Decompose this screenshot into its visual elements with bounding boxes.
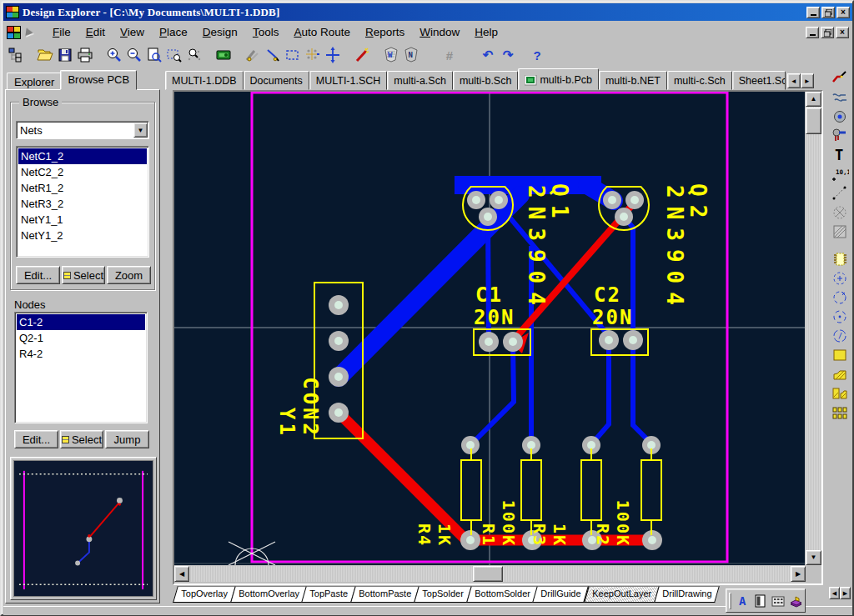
list-item-net[interactable]: NetR3_2 bbox=[18, 196, 147, 212]
label-c1-val[interactable]: 20N bbox=[474, 306, 515, 329]
menu-help[interactable]: Help bbox=[467, 23, 505, 42]
layer-scroll-right-icon[interactable]: ▶ bbox=[840, 587, 851, 599]
component-r3-outline[interactable] bbox=[521, 460, 541, 520]
minimize-button[interactable] bbox=[806, 7, 820, 18]
nets-list[interactable]: NetC1_2 NetC2_2 NetR1_2 NetR3_2 NetY1_1 … bbox=[16, 146, 149, 258]
help-icon[interactable]: ? bbox=[527, 45, 547, 65]
label-r4-val[interactable]: 1K bbox=[435, 523, 455, 547]
list-item-node[interactable]: C1-2 bbox=[17, 314, 145, 330]
place-room-icon[interactable] bbox=[829, 222, 851, 241]
list-item-node[interactable]: Q2-1 bbox=[17, 330, 145, 346]
undo-icon[interactable]: ↶ bbox=[478, 45, 498, 65]
tab-explorer[interactable]: Explorer bbox=[7, 73, 62, 90]
tab-scroll-left-icon[interactable]: ◄ bbox=[787, 73, 801, 88]
net-zoom-button[interactable]: Zoom bbox=[107, 266, 151, 284]
horizontal-scroll-thumb[interactable] bbox=[473, 566, 503, 582]
label-q1-ref[interactable]: Q1 bbox=[547, 183, 572, 226]
label-c2-ref[interactable]: C2 bbox=[594, 283, 621, 307]
label-r2-ref[interactable]: R2 bbox=[593, 523, 613, 547]
trace-c1-r1[interactable] bbox=[471, 342, 514, 444]
child-restore-button[interactable] bbox=[821, 27, 834, 38]
menu-file[interactable]: File bbox=[45, 23, 78, 42]
menu-edit[interactable]: Edit bbox=[78, 23, 113, 42]
layer-tab-topoverlay[interactable]: TopOverlay bbox=[173, 586, 235, 603]
child-minimize-button[interactable] bbox=[806, 27, 819, 38]
browse-mode-dropdown[interactable]: Nets ▼ bbox=[16, 121, 149, 139]
restore-button[interactable] bbox=[821, 7, 835, 18]
tab-browse-pcb[interactable]: Browse PCB bbox=[60, 70, 137, 90]
system-menu-arrow-icon[interactable] bbox=[25, 28, 33, 37]
list-item-net[interactable]: NetC2_2 bbox=[18, 164, 147, 180]
tab-multi-b-net[interactable]: multi-b.NET bbox=[599, 71, 667, 90]
move-crosshair-icon[interactable] bbox=[323, 45, 343, 65]
pads[interactable] bbox=[329, 191, 662, 550]
keypad-tool-icon[interactable] bbox=[769, 592, 786, 609]
tab-documents[interactable]: Documents bbox=[244, 71, 309, 90]
menu-window[interactable]: Window bbox=[412, 23, 467, 42]
tab-sheet1-sch[interactable]: Sheet1.Sch bbox=[732, 71, 786, 90]
tab-multi-c-sch[interactable]: multi-c.Sch bbox=[667, 71, 732, 90]
label-q2-val[interactable]: 2N3904 bbox=[662, 185, 687, 313]
component-r1-outline[interactable] bbox=[461, 460, 481, 520]
zoom-out-icon[interactable] bbox=[124, 45, 144, 65]
trace-c2-r3[interactable] bbox=[592, 341, 609, 443]
place-arc-center-icon[interactable] bbox=[829, 268, 851, 288]
layer-tab-bottompaste[interactable]: BottomPaste bbox=[350, 586, 419, 603]
menu-reports[interactable]: Reports bbox=[358, 23, 412, 42]
place-component-icon[interactable] bbox=[829, 249, 851, 268]
node-edit-button[interactable]: Edit... bbox=[14, 430, 58, 448]
component-r2-outline[interactable] bbox=[581, 460, 601, 520]
layer-tab-toppaste[interactable]: TopPaste bbox=[302, 586, 357, 603]
library-w-icon[interactable]: W bbox=[381, 45, 401, 65]
deselect-icon[interactable] bbox=[303, 45, 323, 65]
zoom-in-icon[interactable] bbox=[104, 45, 124, 65]
close-button[interactable]: × bbox=[836, 7, 850, 18]
place-fill-icon[interactable] bbox=[829, 345, 851, 364]
interactive-routing-icon[interactable] bbox=[829, 68, 851, 88]
open-folder-icon[interactable] bbox=[35, 45, 55, 65]
horizontal-scrollbar[interactable]: ◀ ▶ bbox=[174, 566, 806, 582]
wire-pen-icon[interactable] bbox=[263, 45, 283, 65]
scroll-right-icon[interactable]: ▶ bbox=[791, 566, 806, 582]
child-close-button[interactable]: × bbox=[836, 27, 849, 38]
print-icon[interactable] bbox=[75, 45, 95, 65]
vertical-scrollbar[interactable]: ▲ ▼ bbox=[806, 92, 821, 565]
annotation-tool-icon[interactable]: A bbox=[734, 592, 751, 609]
app-icon[interactable] bbox=[6, 6, 19, 18]
list-item-net[interactable]: NetY1_2 bbox=[18, 228, 147, 243]
tab-multi-1-ddb[interactable]: MULTI-1.DDB bbox=[165, 71, 244, 90]
panel-tool-icon[interactable] bbox=[751, 592, 769, 609]
node-jump-button[interactable]: Jump bbox=[105, 430, 149, 448]
zoom-selection-icon[interactable] bbox=[164, 45, 184, 65]
design-manager-icon[interactable] bbox=[6, 45, 26, 65]
nodes-list[interactable]: C1-2 Q2-1 R4-2 bbox=[14, 312, 148, 423]
label-y1-ref[interactable]: Y1 bbox=[275, 408, 299, 438]
menu-view[interactable]: View bbox=[113, 23, 152, 42]
menu-tools[interactable]: Tools bbox=[245, 23, 287, 42]
label-r1-ref[interactable]: R1 bbox=[479, 523, 499, 547]
place-via-icon[interactable] bbox=[829, 107, 851, 126]
place-track-icon[interactable] bbox=[829, 88, 851, 107]
vertical-scroll-thumb[interactable] bbox=[806, 108, 821, 134]
list-item-node[interactable]: R4-2 bbox=[17, 346, 145, 362]
label-c1-ref[interactable]: C1 bbox=[475, 283, 503, 307]
layer-tab-bottomoverlay[interactable]: BottomOverlay bbox=[230, 586, 307, 603]
toolbar-grip[interactable] bbox=[729, 593, 731, 609]
scroll-down-icon[interactable]: ▼ bbox=[806, 550, 821, 565]
place-polygon-icon[interactable] bbox=[829, 364, 851, 383]
list-item-net[interactable]: NetR1_2 bbox=[18, 180, 147, 196]
tab-multi-b-pcb[interactable]: multi-b.Pcb bbox=[518, 68, 599, 90]
cutter-icon[interactable] bbox=[243, 45, 263, 65]
tab-multi-1-sch[interactable]: MULTI-1.SCH bbox=[309, 71, 388, 90]
zoom-point-icon[interactable] bbox=[184, 45, 204, 65]
pcb-canvas[interactable]: Q1 2N3904 Q2 2N3904 C1 20N C2 20N Y1 CON… bbox=[174, 92, 805, 565]
place-origin-icon[interactable] bbox=[829, 203, 851, 222]
tab-scroll-right-icon[interactable]: ► bbox=[801, 73, 814, 88]
select-area-icon[interactable] bbox=[283, 45, 303, 65]
grid-toggle-icon[interactable]: # bbox=[440, 45, 460, 65]
list-item-net[interactable]: NetC1_2 bbox=[18, 148, 147, 164]
tab-multi-b-sch[interactable]: multi-b.Sch bbox=[453, 71, 519, 90]
label-r3-ref[interactable]: R3 bbox=[530, 523, 550, 547]
place-split-plane-icon[interactable] bbox=[829, 383, 851, 403]
place-arc-angle-icon[interactable] bbox=[829, 307, 851, 326]
